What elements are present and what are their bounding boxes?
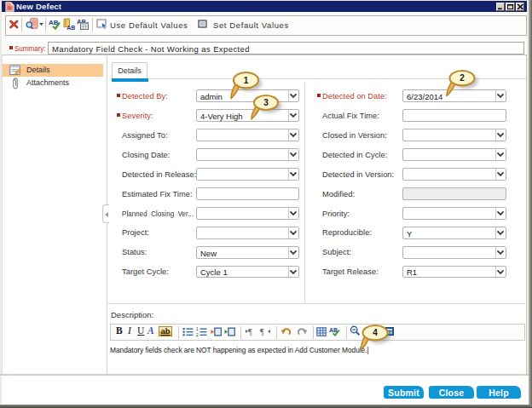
svg-text:¶: ¶ (260, 327, 264, 336)
svg-text:¶: ¶ (248, 327, 252, 336)
svg-text:AB: AB (329, 327, 338, 333)
svg-text:1: 1 (244, 76, 249, 85)
svg-text:AB: AB (66, 25, 75, 30)
svg-text:2: 2 (196, 333, 199, 336)
svg-text:1: 1 (196, 327, 199, 331)
svg-text:4: 4 (373, 328, 378, 337)
svg-text:3: 3 (263, 98, 269, 107)
svg-text:2: 2 (460, 74, 465, 83)
